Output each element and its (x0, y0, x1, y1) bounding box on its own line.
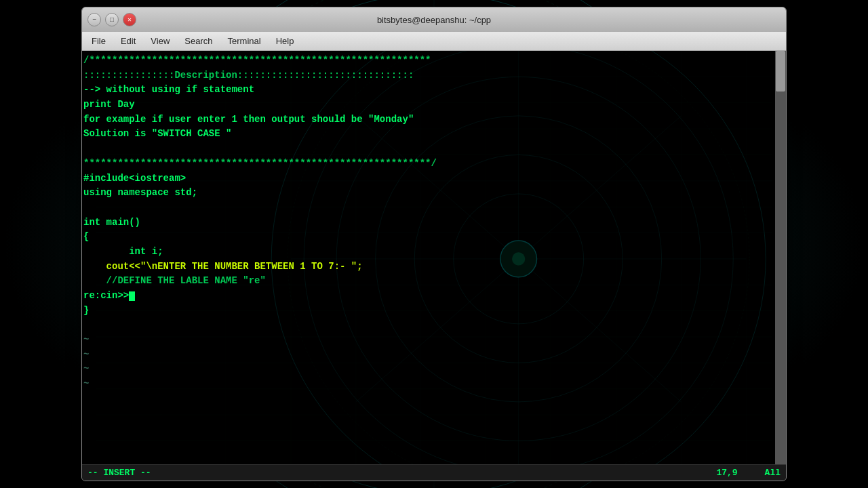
code-line: --> without using if statement (83, 83, 774, 98)
code-editor[interactable]: /***************************************… (82, 51, 775, 464)
menu-help[interactable]: Help (269, 35, 301, 47)
terminal-window: − □ ✕ bitsbytes@deepanshu: ~/cpp File Ed… (81, 7, 787, 481)
menu-edit[interactable]: Edit (114, 35, 142, 47)
scrollbar[interactable] (775, 51, 786, 464)
code-line-cursor: re:cin>> (83, 289, 774, 304)
minimize-button[interactable]: − (87, 13, 101, 26)
code-line: int main() (83, 216, 774, 230)
window-title: bitsbytes@deepanshu: ~/cpp (136, 15, 732, 25)
code-line-print-day: print Day (83, 98, 774, 113)
code-line: { (83, 230, 774, 245)
code-line: int i; (83, 245, 774, 260)
code-line: for example if user enter 1 then output … (83, 113, 774, 127)
window-controls: − □ ✕ (87, 13, 136, 26)
code-line: } (83, 304, 774, 319)
menu-search[interactable]: Search (178, 35, 219, 47)
code-line-blank (83, 318, 774, 333)
close-button[interactable]: ✕ (123, 13, 136, 26)
status-bar: -- INSERT -- 17,9 All (82, 464, 786, 481)
menu-bar: File Edit View Search Terminal Help (82, 32, 786, 51)
menu-file[interactable]: File (85, 35, 113, 47)
scroll-position: All (765, 468, 781, 478)
code-line-blank (83, 201, 774, 216)
menu-terminal[interactable]: Terminal (221, 35, 268, 47)
vim-mode: -- INSERT -- (87, 468, 716, 478)
maximize-button[interactable]: □ (105, 13, 119, 26)
status-right: 17,9 All (716, 468, 781, 478)
menu-view[interactable]: View (144, 35, 176, 47)
code-line: using namespace std; (83, 186, 774, 201)
code-line-tilde: ~ (83, 377, 774, 392)
code-line: /***************************************… (83, 54, 774, 68)
code-line: ****************************************… (83, 157, 774, 171)
scrollbar-thumb[interactable] (776, 51, 785, 92)
terminal-body[interactable]: /***************************************… (82, 51, 786, 464)
code-line-blank (83, 142, 774, 157)
code-line: #include<iostream> (83, 171, 774, 186)
code-line-tilde: ~ (83, 362, 774, 377)
code-line: Solution is "SWITCH CASE " (83, 127, 774, 142)
cursor-position: 17,9 (716, 468, 737, 478)
code-line-tilde: ~ (83, 348, 774, 363)
code-line: ::::::::::::::::Description:::::::::::::… (83, 68, 774, 83)
text-cursor (129, 291, 135, 301)
code-line: //DEFINE THE LABLE NAME "re" (83, 274, 774, 289)
code-line-tilde: ~ (83, 333, 774, 348)
code-line-cout: cout<<"\nENTER THE NUMBER BETWEEN 1 TO 7… (83, 260, 774, 274)
title-bar: − □ ✕ bitsbytes@deepanshu: ~/cpp (82, 7, 786, 32)
